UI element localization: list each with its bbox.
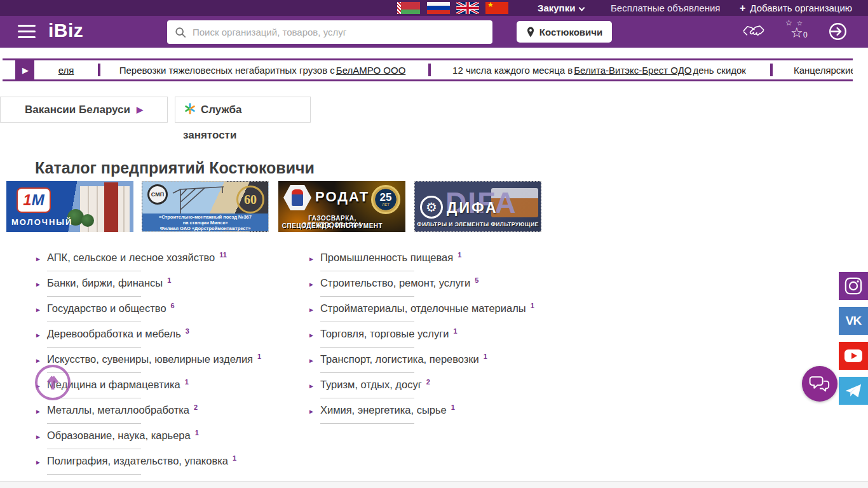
- free-ads-link[interactable]: Бесплатные объявления: [611, 0, 720, 16]
- vacancies-button[interactable]: Вакансии Беларуси ▶: [0, 97, 168, 123]
- category-label[interactable]: Государство и общество: [47, 302, 166, 315]
- category-label[interactable]: Торговля, торговые услуги: [320, 327, 449, 341]
- category-count: 1: [453, 325, 457, 338]
- ticker-link[interactable]: БелАМРО ООО: [336, 65, 405, 76]
- category-count: 2: [426, 376, 430, 389]
- arrow-right-icon: ▶: [137, 105, 143, 114]
- banner-rodat[interactable]: РОДАТ 25 ЛЕТ ГАЗОСВАРКА, ЭЛЕКТРОСВАРКА С…: [278, 181, 405, 232]
- category-bullet-icon: ►: [308, 329, 315, 342]
- category-item[interactable]: ► Искусство, сувениры, ювелирные изделия…: [35, 353, 302, 373]
- category-item[interactable]: ► Промышленность пищевая 1: [308, 251, 575, 271]
- molochny-brand: МОЛОЧНЫЙ: [11, 217, 72, 227]
- instagram-icon[interactable]: [839, 272, 868, 300]
- uk-flag-icon[interactable]: [456, 2, 479, 14]
- category-item[interactable]: ► Металлы, металлообработка 2: [35, 403, 302, 424]
- star-icon: ☆: [785, 18, 792, 27]
- ticker-item[interactable]: еля: [34, 60, 98, 79]
- login-icon[interactable]: [828, 22, 848, 44]
- add-organization-label: Добавить организацию: [750, 3, 852, 13]
- belarus-flag-icon[interactable]: [397, 2, 420, 14]
- play-icon: ▶: [22, 65, 29, 75]
- category-label[interactable]: Образование, наука, карьера: [47, 429, 191, 442]
- handshake-icon[interactable]: [742, 22, 765, 44]
- ticker-text: Канцелярские то: [794, 65, 853, 76]
- russia-flag-icon[interactable]: [427, 2, 450, 14]
- footer-strip: [0, 481, 868, 488]
- china-flag-icon[interactable]: ★: [485, 2, 508, 14]
- ticker-text: день скидок: [693, 65, 745, 76]
- category-item[interactable]: ► Химия, энергетика, сырье 1: [308, 403, 575, 424]
- ticker-item[interactable]: 12 числа каждого месяца в Белита-Витэкс-…: [428, 60, 770, 79]
- up-arrow-icon: [43, 373, 62, 392]
- category-label[interactable]: Туризм, отдых, досуг: [320, 378, 422, 391]
- procurement-label: Закупки: [538, 3, 575, 13]
- category-bullet-icon: ►: [308, 379, 315, 393]
- divider: [47, 322, 141, 322]
- category-bullet-icon: ►: [35, 303, 41, 316]
- youtube-icon[interactable]: [839, 342, 868, 370]
- hamburger-menu-icon[interactable]: [18, 25, 36, 38]
- category-item[interactable]: ► Деревообработка и мебель 3: [35, 327, 302, 348]
- smp-caption: «Строительно-монтажный поезд №367 на ста…: [142, 214, 268, 231]
- category-label[interactable]: Транспорт, логистика, перевозки: [320, 353, 479, 366]
- add-organization-link[interactable]: +Добавить организацию: [740, 0, 852, 16]
- category-count: 1: [167, 274, 171, 287]
- city-label: Костюковичи: [539, 27, 602, 37]
- divider: [320, 296, 414, 297]
- category-item[interactable]: ► Медицина и фармацевтика 1: [35, 378, 302, 398]
- top-bar: ★ Закупки Бесплатные объявления +Добавит…: [0, 0, 868, 16]
- crane-graphic: [168, 184, 238, 215]
- category-label[interactable]: Промышленность пищевая: [320, 251, 453, 264]
- category-bullet-icon: ►: [35, 456, 41, 469]
- ticker-link[interactable]: еля: [58, 65, 74, 76]
- banner-molochny[interactable]: 1М МОЛОЧНЫЙ: [6, 181, 133, 232]
- site-logo[interactable]: iBiz: [48, 20, 83, 41]
- chat-widget-button[interactable]: [802, 366, 837, 402]
- favorites-stars-icon[interactable]: ☆ ☆ ☆ 0: [785, 20, 811, 43]
- city-selector-button[interactable]: Костюковичи: [517, 21, 612, 43]
- category-label[interactable]: Химия, энергетика, сырье: [320, 403, 447, 417]
- vk-icon[interactable]: VK: [839, 307, 868, 335]
- rodat-caption-line2: СПЕЦОДЕЖДА, ИНСТРУМЕНТ: [278, 222, 386, 229]
- category-label[interactable]: Строительство, ремонт, услуги: [320, 276, 470, 290]
- employment-service-button[interactable]: Служба занятости: [175, 97, 311, 123]
- category-count: 1: [451, 401, 455, 414]
- category-item[interactable]: ► Образование, наука, карьера 1: [35, 429, 302, 449]
- category-item[interactable]: ► Торговля, торговые услуги 1: [308, 327, 575, 348]
- plus-icon: +: [740, 3, 745, 13]
- category-count: 1: [484, 350, 487, 363]
- category-bullet-icon: ►: [308, 278, 315, 291]
- category-label[interactable]: Металлы, металлообработка: [47, 403, 189, 417]
- favorites-count: 0: [803, 30, 808, 39]
- category-item[interactable]: ► Банки, биржи, финансы 1: [35, 276, 302, 297]
- category-label[interactable]: Искусство, сувениры, ювелирные изделия: [47, 353, 253, 366]
- category-label[interactable]: Полиграфия, издательство, упаковка: [47, 454, 228, 468]
- category-count: 1: [257, 350, 261, 363]
- cn-star-glyph: ★: [487, 2, 494, 9]
- ticker-item[interactable]: Канцелярские то: [770, 60, 853, 79]
- category-item[interactable]: ► Стройматериалы, отделочные материалы 1: [308, 302, 575, 322]
- category-label[interactable]: АПК, сельское и лесное хозяйство: [47, 251, 215, 264]
- scroll-to-top-button[interactable]: [35, 365, 71, 400]
- ticker-play-button[interactable]: ▶: [15, 60, 34, 79]
- category-item[interactable]: ► Строительство, ремонт, услуги 5: [308, 276, 575, 297]
- category-count: 3: [186, 325, 189, 338]
- category-label[interactable]: Стройматериалы, отделочные материалы: [320, 302, 526, 315]
- search-box[interactable]: [167, 20, 492, 44]
- ticker-link[interactable]: Белита-Витэкс-Брест ОДО: [574, 65, 691, 76]
- search-input[interactable]: [193, 27, 485, 37]
- banner-smp367[interactable]: СМП 60 лет «Строительно-монтажный поезд …: [142, 181, 269, 232]
- difa-title: ДИФА: [447, 200, 498, 217]
- ticker-item[interactable]: Перевозки тяжеловесных негабаритных груз…: [98, 60, 428, 79]
- category-label[interactable]: Деревообработка и мебель: [47, 327, 181, 341]
- category-item[interactable]: ► Полиграфия, издательство, упаковка 1: [35, 454, 302, 475]
- telegram-icon[interactable]: [839, 377, 868, 405]
- divider: [320, 372, 414, 373]
- category-label[interactable]: Банки, биржи, финансы: [47, 276, 163, 290]
- category-item[interactable]: ► Государство и общество 6: [35, 302, 302, 322]
- category-item[interactable]: ► Туризм, отдых, досуг 2: [308, 378, 575, 398]
- category-item[interactable]: ► АПК, сельское и лесное хозяйство 11: [35, 251, 302, 271]
- category-item[interactable]: ► Транспорт, логистика, перевозки 1: [308, 353, 575, 373]
- banner-difa[interactable]: DIFA ⚙ ДИФА ФИЛЬТРЫ И ЭЛЕМЕНТЫ ФИЛЬТРУЮЩ…: [414, 181, 541, 232]
- procurement-menu[interactable]: Закупки: [538, 0, 584, 16]
